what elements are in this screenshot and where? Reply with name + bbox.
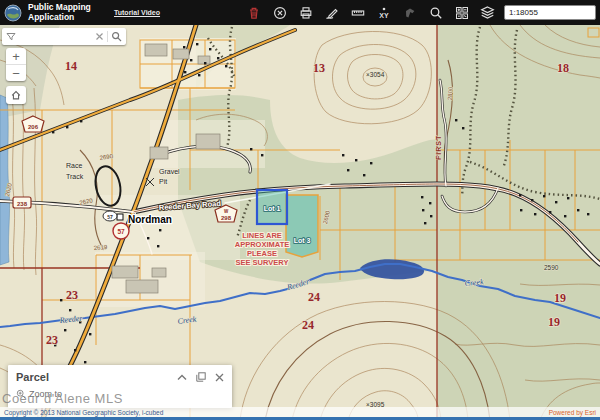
app-title: Public Mapping Application	[28, 3, 100, 23]
svg-text:23: 23	[66, 288, 78, 302]
clear-selection-icon[interactable]	[271, 4, 288, 21]
svg-text:2590: 2590	[544, 264, 559, 271]
zoom-control: + −	[6, 48, 26, 81]
svg-text:2619: 2619	[94, 244, 108, 251]
lake	[0, 95, 10, 265]
home-extent-button[interactable]	[6, 86, 26, 104]
layers-icon[interactable]	[479, 4, 496, 21]
zoom-out-button[interactable]: −	[6, 65, 26, 81]
zoom-in-button[interactable]: +	[6, 48, 26, 64]
svg-text:2800: 2800	[447, 86, 454, 100]
panel-title: Parcel	[16, 371, 168, 383]
svg-text:Race: Race	[66, 162, 82, 169]
svg-text:SEE SURVERY: SEE SURVERY	[236, 258, 289, 267]
svg-text:APPROXIMATE: APPROXIMATE	[235, 240, 289, 249]
clear-search-icon[interactable]	[95, 32, 104, 41]
town-marker	[117, 214, 123, 220]
search-submit-icon[interactable]	[111, 31, 122, 42]
svg-text:298: 298	[221, 215, 232, 221]
topo-map[interactable]: Lot 1 Lot 3 LINES ARE APPROXIMATE PLEASE…	[0, 25, 600, 420]
powered-by-esri-link[interactable]: Powered by Esri	[549, 409, 596, 416]
lot-1-label: Lot 1	[264, 205, 281, 212]
svg-text:14: 14	[65, 59, 77, 73]
delete-graphics-icon[interactable]	[245, 4, 262, 21]
app-header: Public Mapping Application Tutorial Vide…	[0, 0, 600, 25]
map-viewport[interactable]: Lot 1 Lot 3 LINES ARE APPROXIMATE PLEASE…	[0, 25, 600, 420]
svg-text:LINES ARE: LINES ARE	[242, 231, 282, 240]
svg-text:19: 19	[548, 315, 560, 329]
svg-text:Pit: Pit	[159, 178, 167, 185]
nordman-label: Nordman	[128, 214, 172, 225]
toolbar: XY	[245, 4, 496, 21]
search-icon[interactable]	[427, 4, 444, 21]
home-icon	[10, 89, 22, 101]
collapse-panel-icon[interactable]	[177, 374, 187, 381]
measure-icon[interactable]	[349, 4, 366, 21]
first-street-label: FIRST	[435, 135, 442, 160]
mls-watermark: Coeur d'Alene MLS	[2, 391, 123, 406]
search-input[interactable]	[19, 31, 92, 43]
svg-text:24: 24	[302, 318, 314, 332]
svg-text:24: 24	[308, 290, 320, 304]
draw-markup-icon[interactable]	[323, 4, 340, 21]
svg-text:18: 18	[557, 61, 569, 75]
lot-3-label: Lot 3	[294, 237, 311, 244]
lot-3-parcel[interactable]	[286, 195, 318, 257]
svg-text:23: 23	[46, 333, 58, 347]
search-filter-icon[interactable]	[6, 32, 16, 41]
svg-text:Gravel: Gravel	[159, 168, 180, 175]
tutorial-video-link[interactable]: Tutorial Video	[114, 9, 160, 16]
svg-text:19: 19	[554, 291, 566, 305]
svg-text:238: 238	[17, 201, 28, 207]
svg-text:×3054: ×3054	[366, 71, 385, 78]
svg-text:57: 57	[117, 228, 125, 235]
print-icon[interactable]	[297, 4, 314, 21]
svg-text:XY: XY	[379, 12, 389, 19]
svg-text:57: 57	[107, 214, 113, 220]
tools-icon[interactable]	[401, 4, 418, 21]
svg-text:PLEASE: PLEASE	[247, 249, 277, 258]
scale-input[interactable]: 1:18055	[504, 5, 596, 20]
copyright-text: Copyright © 2013 National Geographic Soc…	[4, 409, 163, 416]
attribution-bar: Copyright © 2013 National Geographic Soc…	[0, 407, 600, 417]
svg-text:206: 206	[28, 124, 39, 130]
search-bar	[2, 28, 126, 45]
globe-logo-icon	[4, 4, 22, 22]
svg-text:Track: Track	[66, 173, 84, 180]
divider	[107, 31, 108, 42]
svg-text:13: 13	[313, 61, 325, 75]
xy-coordinates-icon[interactable]: XY	[375, 4, 392, 21]
close-panel-icon[interactable]	[215, 373, 224, 382]
dock-panel-icon[interactable]	[196, 372, 206, 382]
overview-panels-icon[interactable]	[453, 4, 470, 21]
